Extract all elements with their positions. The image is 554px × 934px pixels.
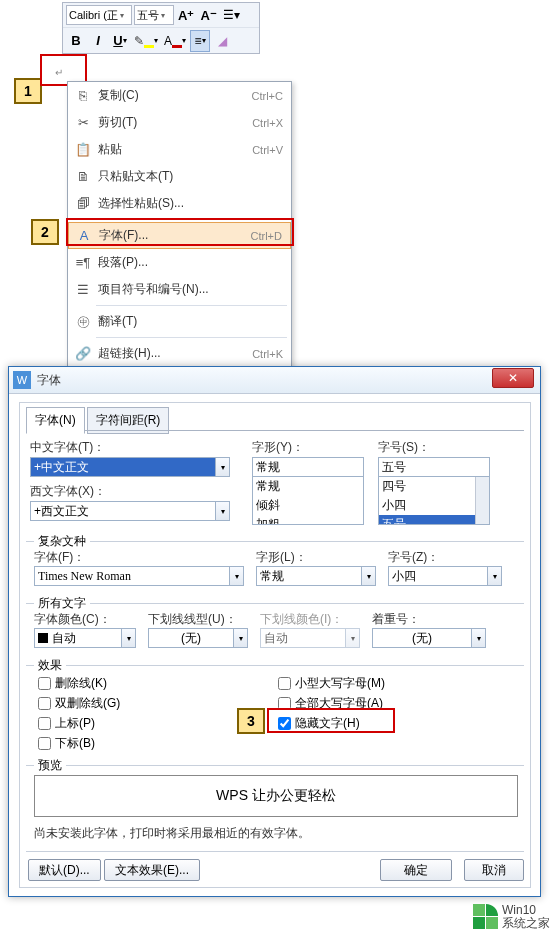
en-font-value: +西文正文 — [34, 503, 89, 520]
preview-legend: 预览 — [34, 757, 66, 774]
shrink-font-icon: A⁻ — [200, 8, 216, 23]
list-item[interactable]: 常规 — [253, 477, 363, 496]
format-painter-button[interactable]: ◢ — [212, 30, 232, 52]
chk-allcaps[interactable]: 全部大写字母(A) — [278, 695, 383, 712]
ctx-hyperlink[interactable]: 🔗 超链接(H)... Ctrl+K — [68, 340, 291, 367]
font-dialog: W 字体 ✕ 字体(N) 字符间距(R) 中文字体(T)： +中文正文 ▾ 西文… — [8, 366, 541, 897]
font-size-value: 五号 — [137, 8, 159, 23]
scrollbar[interactable] — [475, 477, 489, 524]
italic-button[interactable]: I — [88, 30, 108, 52]
ctx-paragraph-label: 段落(P)... — [98, 254, 283, 271]
en-font-label: 西文字体(X)： — [30, 483, 106, 500]
list-item[interactable]: 四号 — [379, 477, 489, 496]
tab-font[interactable]: 字体(N) — [26, 407, 85, 434]
font-name-dropdown[interactable]: Calibri (正▾ — [66, 5, 132, 25]
ctx-paste-special-label: 选择性粘贴(S)... — [98, 195, 283, 212]
ctx-paragraph[interactable]: ≡¶ 段落(P)... — [68, 249, 291, 276]
chevron-down-icon: ▾ — [216, 457, 230, 477]
ctx-copy[interactable]: ⎘ 复制(C) Ctrl+C — [68, 82, 291, 109]
ctx-cut-label: 剪切(T) — [98, 114, 252, 131]
font-color-icon: A — [164, 34, 182, 48]
app-icon: W — [13, 371, 31, 389]
chevron-down-icon: ▾ — [161, 11, 165, 20]
chevron-down-icon: ▾ — [122, 628, 136, 648]
size-listbox[interactable]: 四号 小四 五号 — [378, 477, 490, 525]
cn-font-value: +中文正文 — [34, 459, 89, 476]
default-button[interactable]: 默认(D)... — [28, 859, 101, 881]
color-label: 字体颜色(C)： — [34, 611, 111, 628]
chk-double-strike[interactable]: 双删除线(G) — [38, 695, 120, 712]
ctx-font[interactable]: A 字体(F)... Ctrl+D — [68, 222, 291, 249]
ctx-paste[interactable]: 📋 粘贴 Ctrl+V — [68, 136, 291, 163]
cursor-indicator: ↵ — [53, 64, 65, 80]
dialog-titlebar: W 字体 ✕ — [9, 366, 540, 394]
cn-font-combo[interactable]: +中文正文 ▾ — [30, 457, 230, 477]
floating-toolbar: Calibri (正▾ 五号▾ A⁺ A⁻ ☰▾ B I U▾ ✎▾ A▾ ≡▾… — [62, 2, 260, 54]
ctx-bullets[interactable]: ☰ 项目符号和编号(N)... — [68, 276, 291, 303]
style-input[interactable]: 常规 — [252, 457, 364, 477]
copy-icon: ⎘ — [72, 88, 94, 103]
font-color-button[interactable]: A▾ — [162, 30, 188, 52]
scissors-icon: ✂ — [72, 115, 94, 130]
chk-smallcaps[interactable]: 小型大写字母(M) — [278, 675, 385, 692]
underline-style-label: 下划线线型(U)： — [148, 611, 237, 628]
ctx-hyperlink-shortcut: Ctrl+K — [252, 348, 283, 360]
ctx-translate[interactable]: ㊥ 翻译(T) — [68, 308, 291, 335]
highlight-button[interactable]: ✎▾ — [132, 30, 160, 52]
chk-superscript[interactable]: 上标(P) — [38, 715, 95, 732]
grow-font-button[interactable]: A⁺ — [176, 4, 196, 26]
underline-color-combo: 自动▾ — [260, 628, 360, 648]
step-badge-1: 1 — [14, 78, 42, 104]
list-item[interactable]: 倾斜 — [253, 496, 363, 515]
list-item[interactable]: 加粗 — [253, 515, 363, 525]
chk-strike[interactable]: 删除线(K) — [38, 675, 107, 692]
cancel-button[interactable]: 取消 — [464, 859, 524, 881]
chevron-down-icon: ▾ — [472, 628, 486, 648]
chk-hidden[interactable]: 隐藏文字(H) — [278, 715, 360, 732]
align-button[interactable]: ≡▾ — [190, 30, 210, 52]
cx-style-combo[interactable]: 常规▾ — [256, 566, 376, 586]
translate-icon: ㊥ — [72, 313, 94, 331]
emphasis-combo[interactable]: (无)▾ — [372, 628, 486, 648]
ctx-paste-text-label: 只粘贴文本(T) — [98, 168, 283, 185]
effects-legend: 效果 — [34, 657, 66, 674]
dialog-title: 字体 — [37, 372, 536, 389]
ctx-bullets-label: 项目符号和编号(N)... — [98, 281, 283, 298]
list-item[interactable]: 小四 — [379, 496, 489, 515]
ctx-copy-label: 复制(C) — [98, 87, 252, 104]
ctx-paste-special[interactable]: 🗐 选择性粘贴(S)... — [68, 190, 291, 217]
style-listbox[interactable]: 常规 倾斜 加粗 — [252, 477, 364, 525]
chk-subscript[interactable]: 下标(B) — [38, 735, 95, 752]
font-name-value: Calibri (正 — [69, 8, 118, 23]
cx-size-combo[interactable]: 小四▾ — [388, 566, 502, 586]
line-spacing-button[interactable]: ☰▾ — [221, 4, 242, 26]
ok-button[interactable]: 确定 — [380, 859, 452, 881]
chevron-down-icon: ▾ — [488, 566, 502, 586]
ctx-cut[interactable]: ✂ 剪切(T) Ctrl+X — [68, 109, 291, 136]
hyperlink-icon: 🔗 — [72, 346, 94, 361]
text-effects-button[interactable]: 文本效果(E)... — [104, 859, 200, 881]
color-combo[interactable]: 自动▾ — [34, 628, 136, 648]
watermark-logo — [473, 904, 498, 929]
close-icon: ✕ — [508, 371, 518, 385]
step-badge-3: 3 — [237, 708, 265, 734]
cx-font-combo[interactable]: Times New Roman▾ — [34, 566, 244, 586]
underline-style-combo[interactable]: (无)▾ — [148, 628, 248, 648]
toolbar-row-1: Calibri (正▾ 五号▾ A⁺ A⁻ ☰▾ — [63, 3, 259, 28]
underline-color-label: 下划线颜色(I)： — [260, 611, 343, 628]
ctx-font-label: 字体(F)... — [99, 227, 251, 244]
cn-font-label: 中文字体(T)： — [30, 439, 105, 456]
style-label: 字形(Y)： — [252, 439, 304, 456]
size-input[interactable]: 五号 — [378, 457, 490, 477]
font-size-dropdown[interactable]: 五号▾ — [134, 5, 174, 25]
list-item[interactable]: 五号 — [379, 515, 489, 525]
bold-button[interactable]: B — [66, 30, 86, 52]
ctx-paste-text[interactable]: 🗎 只粘贴文本(T) — [68, 163, 291, 190]
close-button[interactable]: ✕ — [492, 368, 534, 388]
alltext-legend: 所有文字 — [34, 595, 90, 612]
ctx-translate-label: 翻译(T) — [98, 313, 283, 330]
shrink-font-button[interactable]: A⁻ — [198, 4, 218, 26]
en-font-combo[interactable]: +西文正文 ▾ — [30, 501, 230, 521]
underline-button[interactable]: U▾ — [110, 30, 130, 52]
ctx-font-shortcut: Ctrl+D — [251, 230, 282, 242]
